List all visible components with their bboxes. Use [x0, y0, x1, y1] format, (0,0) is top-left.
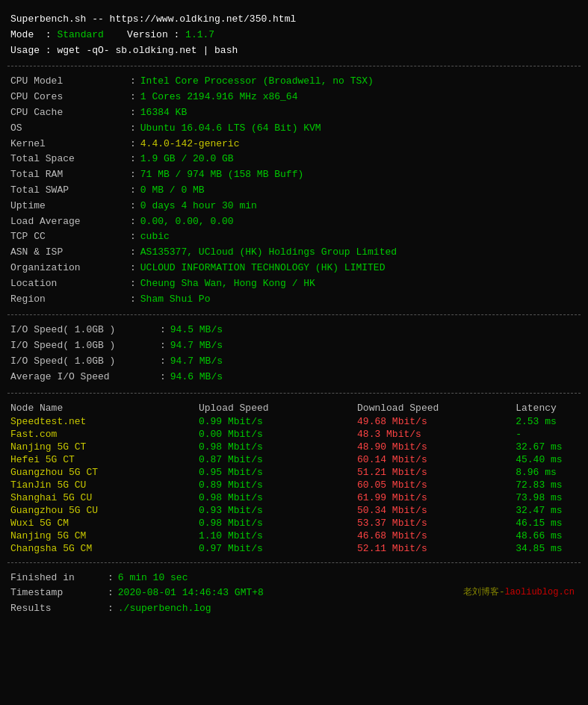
region-value: Sham Shui Po — [140, 292, 211, 308]
network-table: Node Name Upload Speed Download Speed La… — [10, 401, 578, 555]
uptime-value: 0 days 4 hour 30 min — [140, 199, 257, 214]
upload-speed: 0.87 Mbit/s — [199, 453, 357, 466]
io-label: I/O Speed( 1.0GB ) — [10, 338, 160, 354]
total-swap-row: Total SWAP : 0 MB / 0 MB — [10, 183, 578, 199]
latency: 73.98 ms — [516, 491, 578, 504]
latency: 32.67 ms — [516, 441, 578, 453]
upload-speed: 0.98 Mbit/s — [199, 491, 357, 504]
download-speed: 50.34 Mbit/s — [357, 504, 516, 517]
download-speed: 48.90 Mbit/s — [357, 441, 516, 453]
asn-isp-label: ASN & ISP — [10, 245, 130, 261]
timestamp-value: 2020-08-01 14:46:43 GMT+8 — [118, 586, 264, 601]
org-value: UCLOUD INFORMATION TECHNOLOGY (HK) LIMIT… — [140, 261, 386, 276]
network-row: Guangzhou 5G CU 0.93 Mbit/s 50.34 Mbit/s… — [10, 504, 578, 517]
os-value: Ubuntu 16.04.6 LTS (64 Bit) KVM — [140, 121, 321, 137]
org-row: Organization : UCLOUD INFORMATION TECHNO… — [10, 261, 578, 276]
io-row: I/O Speed( 1.0GB ):94.7 MB/s — [10, 354, 578, 370]
latency: 32.47 ms — [516, 504, 578, 517]
cpu-cores-value: 1 Cores 2194.916 MHz x86_64 — [140, 90, 298, 105]
io-value: 94.5 MB/s — [170, 323, 223, 338]
results-row: Results : ./superbench.log — [10, 601, 578, 617]
network-section: Node Name Upload Speed Download Speed La… — [7, 397, 581, 559]
os-label: OS — [10, 121, 130, 137]
upload-speed: 1.10 Mbit/s — [199, 529, 357, 542]
io-label: I/O Speed( 1.0GB ) — [10, 354, 160, 370]
upload-speed: 0.98 Mbit/s — [199, 517, 357, 529]
mode-label: Mode : — [10, 28, 57, 43]
region-row: Region : Sham Shui Po — [10, 292, 578, 308]
network-row: Shanghai 5G CU 0.98 Mbit/s 61.99 Mbit/s … — [10, 491, 578, 504]
location-row: Location : Cheung Sha Wan, Hong Kong / H… — [10, 276, 578, 292]
latency: 8.96 ms — [516, 466, 578, 479]
io-row: Average I/O Speed:94.6 MB/s — [10, 370, 578, 385]
download-speed: 52.11 Mbit/s — [357, 542, 516, 555]
version-value: 1.1.7 — [185, 28, 214, 43]
cpu-model-label: CPU Model — [10, 74, 130, 90]
header-usage-row: Usage : wget -qO- sb.oldking.net | bash — [10, 43, 578, 59]
tcp-cc-label: TCP CC — [10, 229, 130, 245]
upload-speed: 0.95 Mbit/s — [199, 466, 357, 479]
latency: 45.40 ms — [516, 453, 578, 466]
timestamp-label: Timestamp — [10, 586, 108, 601]
io-label: I/O Speed( 1.0GB ) — [10, 323, 160, 338]
kernel-label: Kernel — [10, 137, 130, 152]
total-ram-row: Total RAM : 71 MB / 974 MB (158 MB Buff) — [10, 167, 578, 183]
latency: 72.83 ms — [516, 479, 578, 491]
results-value: ./superbench.log — [118, 601, 211, 617]
upload-speed: 0.97 Mbit/s — [199, 542, 357, 555]
network-header-row: Node Name Upload Speed Download Speed La… — [10, 401, 578, 415]
node-name: Nanjing 5G CM — [10, 529, 199, 542]
network-row: Nanjing 5G CT 0.98 Mbit/s 48.90 Mbit/s 3… — [10, 441, 578, 453]
location-value: Cheung Sha Wan, Hong Kong / HK — [140, 276, 315, 292]
finished-label: Finished in — [10, 571, 108, 586]
node-name: TianJin 5G CU — [10, 479, 199, 491]
download-speed: 61.99 Mbit/s — [357, 491, 516, 504]
io-section: I/O Speed( 1.0GB ):94.5 MB/sI/O Speed( 1… — [7, 318, 581, 389]
download-speed: 48.3 Mbit/s — [357, 428, 516, 441]
kernel-value: 4.4.0-142-generic — [140, 137, 240, 152]
network-row: Nanjing 5G CM 1.10 Mbit/s 46.68 Mbit/s 4… — [10, 529, 578, 542]
node-name: Nanjing 5G CT — [10, 441, 199, 453]
divider-3 — [7, 393, 581, 394]
header-section: Superbench.sh -- https://www.oldking.net… — [7, 7, 581, 63]
cpu-cores-row: CPU Cores : 1 Cores 2194.916 MHz x86_64 — [10, 90, 578, 105]
asn-isp-row: ASN & ISP : AS135377, UCloud (HK) Holdin… — [10, 245, 578, 261]
asn-isp-value: AS135377, UCloud (HK) Holdings Group Lim… — [140, 245, 397, 261]
uptime-row: Uptime : 0 days 4 hour 30 min — [10, 199, 578, 214]
node-name: Shanghai 5G CU — [10, 491, 199, 504]
usage-value: wget -qO- sb.oldking.net | bash — [57, 43, 238, 59]
node-name: Fast.com — [10, 428, 199, 441]
cpu-cache-row: CPU Cache : 16384 KB — [10, 105, 578, 121]
io-value: 94.6 MB/s — [170, 370, 223, 385]
cpu-cache-value: 16384 KB — [140, 105, 187, 121]
latency: 48.66 ms — [516, 529, 578, 542]
io-label: Average I/O Speed — [10, 370, 160, 385]
total-swap-label: Total SWAP — [10, 183, 130, 199]
network-row: Guangzhou 5G CT 0.95 Mbit/s 51.21 Mbit/s… — [10, 466, 578, 479]
total-ram-value: 71 MB / 974 MB (158 MB Buff) — [140, 167, 303, 183]
download-speed: 60.05 Mbit/s — [357, 479, 516, 491]
header-mode-row: Mode : Standard Version : 1.1.7 — [10, 28, 578, 43]
cpu-model-value: Intel Core Processor (Broadwell, no TSX) — [140, 74, 374, 90]
node-name: Guangzhou 5G CT — [10, 466, 199, 479]
io-value: 94.7 MB/s — [170, 338, 223, 354]
load-avg-row: Load Average : 0.00, 0.00, 0.00 — [10, 214, 578, 230]
kernel-row: Kernel : 4.4.0-142-generic — [10, 137, 578, 152]
finished-value: 6 min 10 sec — [118, 571, 188, 586]
download-speed: 51.21 Mbit/s — [357, 466, 516, 479]
location-label: Location — [10, 276, 130, 292]
node-name: Changsha 5G CM — [10, 542, 199, 555]
tcp-cc-row: TCP CC : cubic — [10, 229, 578, 245]
mode-value: Standard — [57, 28, 103, 43]
load-avg-value: 0.00, 0.00, 0.00 — [140, 214, 234, 230]
footer-section: Finished in : 6 min 10 sec Timestamp : 2… — [7, 566, 581, 621]
io-row: I/O Speed( 1.0GB ):94.7 MB/s — [10, 338, 578, 354]
region-label: Region — [10, 292, 130, 308]
total-ram-label: Total RAM — [10, 167, 130, 183]
finished-row: Finished in : 6 min 10 sec — [10, 571, 578, 586]
network-row: Wuxi 5G CM 0.98 Mbit/s 53.37 Mbit/s 46.1… — [10, 517, 578, 529]
sysinfo-section: CPU Model : Intel Core Processor (Broadw… — [7, 69, 581, 311]
cpu-model-row: CPU Model : Intel Core Processor (Broadw… — [10, 74, 578, 90]
latency: 2.53 ms — [516, 415, 578, 428]
node-name: Wuxi 5G CM — [10, 517, 199, 529]
